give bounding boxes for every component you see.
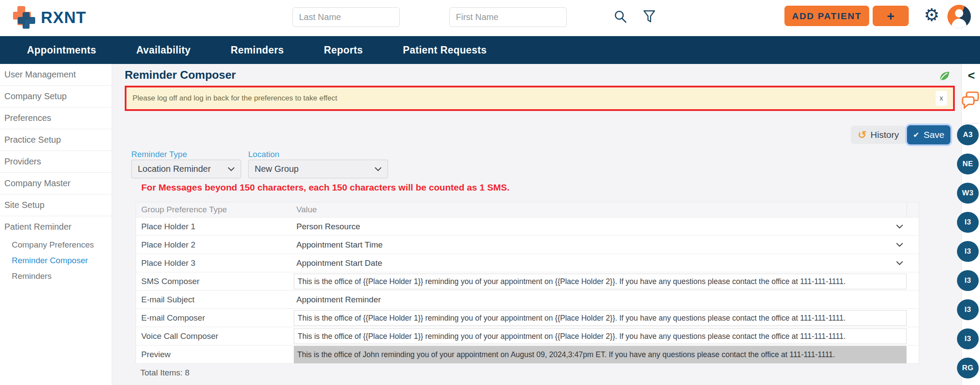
reminder-type-select[interactable]: Location Reminder — [131, 160, 241, 178]
app-root: RXNT ADD PATIENT + ⚙ AppointmentsAvailab… — [0, 0, 980, 385]
row-label: Place Holder 1 — [136, 222, 294, 231]
add-patient-button[interactable]: ADD PATIENT — [784, 6, 869, 26]
alert-banner: Please log off and log in back for the p… — [125, 86, 955, 111]
rail-divider — [963, 123, 979, 124]
row-label: Voice Call Composer — [136, 331, 294, 341]
preview-text: This is the office of John reminding you… — [294, 346, 907, 363]
row-label: Place Holder 3 — [136, 258, 294, 268]
sidebar-item-practice-setup[interactable]: Practice Setup — [0, 129, 112, 151]
chevron-down-icon[interactable] — [896, 261, 903, 265]
reminder-type-label: Reminder Type — [131, 150, 187, 159]
table-row: Place Holder 3Appointment Start Date — [136, 254, 919, 272]
sidebar-item-company-master[interactable]: Company Master — [0, 173, 112, 194]
sidebar-item-company-setup[interactable]: Company Setup — [0, 86, 112, 107]
history-button[interactable]: ↺ History — [851, 126, 906, 144]
rail-badge-a3-0[interactable]: A3 — [957, 124, 979, 145]
table-row: SMS ComposerThis is the office of {{Plac… — [136, 272, 919, 290]
rail-badge-i3-7[interactable]: I3 — [957, 328, 979, 349]
table-header: Group Preference Type Value — [136, 202, 919, 217]
table-row: E-mail ComposerThis is the office of {{P… — [136, 308, 919, 327]
sidebar: User ManagementCompany SetupPreferencesP… — [0, 64, 112, 385]
composer-textbox[interactable]: This is the office of {{Place Holder 1}}… — [294, 328, 907, 344]
row-value-text[interactable]: Appointment Reminder — [294, 295, 381, 305]
nav-item-reminders[interactable]: Reminders — [231, 44, 284, 56]
table-row: E-mail SubjectAppointment Reminder — [136, 290, 919, 308]
composer-textbox[interactable]: This is the office of {{Place Holder 1}}… — [294, 274, 907, 289]
collapse-chevron-icon[interactable]: < — [968, 69, 975, 83]
nav-item-patient-requests[interactable]: Patient Requests — [403, 44, 487, 56]
rail-badge-rg-8[interactable]: RG — [957, 358, 979, 378]
total-items: Total Items: 8 — [140, 368, 189, 378]
row-value-select[interactable]: Person Resource — [294, 222, 360, 231]
rail-badge-i3-5[interactable]: I3 — [957, 270, 979, 291]
row-label: Place Holder 2 — [136, 240, 294, 250]
rail-badge-i3-6[interactable]: I3 — [957, 299, 979, 320]
sidebar-subitem-reminder-composer[interactable]: Reminder Composer — [0, 253, 112, 268]
rail-badge-ne-1[interactable]: NE — [957, 154, 979, 174]
first-name-input[interactable] — [449, 7, 567, 27]
row-value-select[interactable]: Appointment Start Time — [294, 240, 383, 250]
rail-badge-w3-2[interactable]: W3 — [957, 183, 979, 204]
table-body: Place Holder 1Person ResourcePlace Holde… — [136, 217, 919, 363]
chevron-down-icon — [375, 167, 382, 171]
gear-icon[interactable]: ⚙ — [924, 6, 940, 23]
sms-note: For Messages beyond 150 characters, each… — [141, 182, 509, 193]
alert-text: Please log off and log in back for the p… — [133, 94, 337, 103]
row-label: SMS Composer — [136, 277, 294, 286]
check-icon: ✔ — [913, 131, 919, 140]
chat-icon[interactable] — [961, 90, 980, 112]
brand-logo[interactable]: RXNT — [12, 5, 86, 30]
nav-item-reports[interactable]: Reports — [324, 44, 363, 56]
table-row: Place Holder 1Person Resource — [136, 217, 919, 235]
chevron-down-icon[interactable] — [896, 243, 903, 247]
rail-badge-i3-4[interactable]: I3 — [957, 241, 979, 262]
table-row: Voice Call ComposerThis is the office of… — [136, 327, 919, 345]
sidebar-item-user-management[interactable]: User Management — [0, 64, 112, 86]
brand-name: RXNT — [41, 9, 86, 27]
sidebar-item-providers[interactable]: Providers — [0, 151, 112, 173]
page-title: Reminder Composer — [125, 68, 236, 82]
save-button[interactable]: ✔ Save — [907, 125, 950, 144]
column-header-value: Value — [294, 205, 907, 214]
search-icon[interactable] — [613, 9, 628, 24]
rxnt-cross-icon — [12, 5, 37, 30]
location-label: Location — [248, 150, 279, 159]
table-row: Place Holder 2Appointment Start Time — [136, 235, 919, 254]
location-select[interactable]: New Group — [248, 160, 388, 178]
preference-table: Group Preference Type Value Place Holder… — [136, 202, 919, 364]
history-label: History — [870, 130, 899, 140]
sidebar-item-preferences[interactable]: Preferences — [0, 107, 112, 129]
row-value-select[interactable]: Appointment Start Date — [294, 258, 382, 268]
rail-badge-i3-3[interactable]: I3 — [957, 212, 979, 233]
table-row: PreviewThis is the office of John remind… — [136, 345, 919, 363]
location-value: New Group — [255, 164, 299, 174]
table-scroll-gutter[interactable] — [907, 202, 919, 217]
sidebar-item-site-setup[interactable]: Site Setup — [0, 194, 112, 216]
row-label: E-mail Subject — [136, 295, 294, 305]
quick-add-button[interactable]: + — [873, 6, 909, 26]
nav-item-appointments[interactable]: Appointments — [27, 44, 96, 56]
close-icon[interactable]: x — [936, 91, 947, 106]
last-name-input[interactable] — [292, 7, 400, 27]
save-label: Save — [924, 130, 944, 140]
leaf-icon[interactable] — [938, 70, 951, 84]
main-nav: AppointmentsAvailabilityRemindersReports… — [0, 36, 980, 64]
history-icon: ↺ — [858, 130, 867, 140]
top-bar: RXNT ADD PATIENT + ⚙ — [0, 0, 980, 36]
sidebar-subitem-reminders[interactable]: Reminders — [0, 268, 112, 284]
row-label: Preview — [136, 350, 294, 359]
avatar[interactable] — [947, 5, 971, 28]
column-header-type: Group Preference Type — [136, 205, 294, 214]
sidebar-section-patient-reminder[interactable]: Patient Reminder — [0, 216, 112, 237]
row-label: E-mail Composer — [136, 313, 294, 323]
nav-item-availability[interactable]: Availability — [136, 44, 190, 56]
chevron-down-icon — [228, 167, 235, 171]
chevron-down-icon[interactable] — [896, 224, 903, 229]
reminder-type-value: Location Reminder — [138, 164, 211, 174]
sidebar-subitem-company-preferences[interactable]: Company Preferences — [0, 237, 112, 253]
composer-textbox[interactable]: This is the office of {{Place Holder 1}}… — [294, 310, 907, 326]
filter-icon[interactable] — [641, 9, 657, 24]
